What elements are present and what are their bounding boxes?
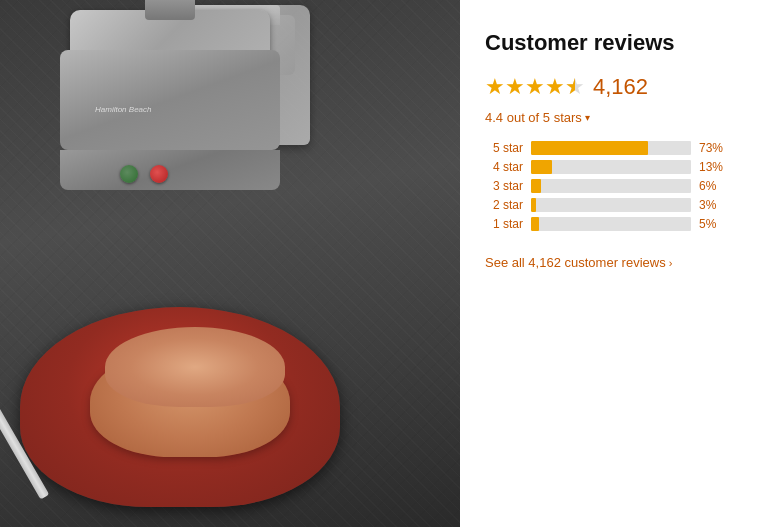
bar-track-4 [531, 198, 691, 212]
brand-label: Hamilton Beach [95, 105, 151, 114]
bar-fill-2 [531, 160, 552, 174]
star-5-half: ★ ★ [565, 74, 585, 100]
rating-count: 4,162 [593, 74, 648, 100]
bar-label-5: 1 star [485, 217, 523, 231]
red-button [150, 165, 168, 183]
bar-label-3: 3 star [485, 179, 523, 193]
bar-pct-3: 6% [699, 179, 729, 193]
sandwich-top [105, 327, 285, 407]
bar-fill-4 [531, 198, 536, 212]
bar-fill-5 [531, 217, 539, 231]
bar-fill-3 [531, 179, 541, 193]
product-image: Hamilton Beach [0, 0, 460, 527]
bar-track-3 [531, 179, 691, 193]
bar-label-1: 5 star [485, 141, 523, 155]
reviews-panel: Customer reviews ★ ★ ★ ★ ★ ★ 4,162 4.4 o… [460, 0, 777, 527]
see-all-reviews-link[interactable]: See all 4,162 customer reviews › [485, 255, 752, 270]
bar-track-1 [531, 141, 691, 155]
star-4: ★ [545, 74, 565, 100]
bar-track-5 [531, 217, 691, 231]
star-3: ★ [525, 74, 545, 100]
rating-bars: 5 star73%4 star13%3 star6%2 star3%1 star… [485, 141, 752, 231]
see-all-label: See all 4,162 customer reviews [485, 255, 666, 270]
rating-text: 4.4 out of 5 stars [485, 110, 582, 125]
see-all-chevron: › [669, 257, 673, 269]
rating-bar-row-4[interactable]: 2 star3% [485, 198, 752, 212]
overall-rating-row: ★ ★ ★ ★ ★ ★ 4,162 [485, 74, 752, 100]
rating-bar-row-2[interactable]: 4 star13% [485, 160, 752, 174]
bar-label-2: 4 star [485, 160, 523, 174]
stars-display: ★ ★ ★ ★ ★ ★ [485, 74, 585, 100]
dropdown-arrow: ▾ [585, 112, 590, 123]
rating-bar-row-3[interactable]: 3 star6% [485, 179, 752, 193]
rating-subtitle[interactable]: 4.4 out of 5 stars ▾ [485, 110, 752, 125]
rating-bar-row-1[interactable]: 5 star73% [485, 141, 752, 155]
bar-track-2 [531, 160, 691, 174]
rating-bar-row-5[interactable]: 1 star5% [485, 217, 752, 231]
bar-fill-1 [531, 141, 648, 155]
star-2: ★ [505, 74, 525, 100]
bar-pct-4: 3% [699, 198, 729, 212]
bar-pct-2: 13% [699, 160, 729, 174]
waffle-maker-main: Hamilton Beach [60, 10, 310, 240]
bar-pct-5: 5% [699, 217, 729, 231]
star-1: ★ [485, 74, 505, 100]
bar-pct-1: 73% [699, 141, 729, 155]
green-button [120, 165, 138, 183]
bar-label-4: 2 star [485, 198, 523, 212]
reviews-title: Customer reviews [485, 30, 752, 56]
